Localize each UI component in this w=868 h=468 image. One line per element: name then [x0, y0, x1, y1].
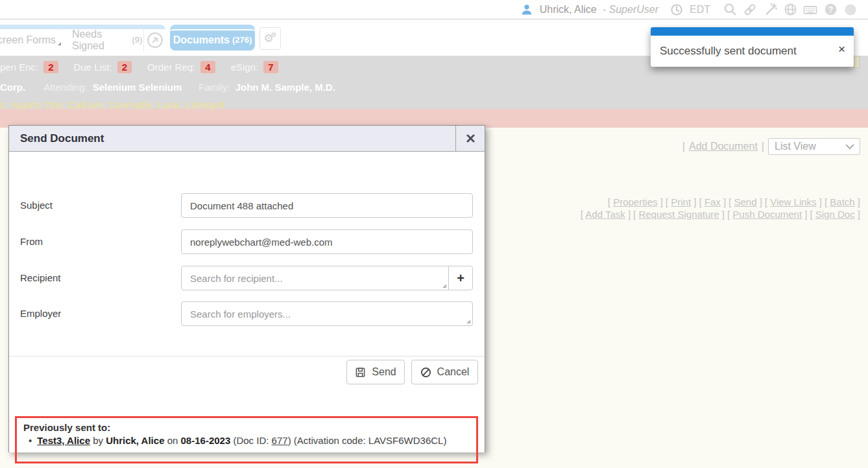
- link-icon[interactable]: [743, 3, 757, 17]
- bracket: [: [608, 196, 613, 207]
- employer-search-input[interactable]: [181, 301, 473, 326]
- sender-name: Uhrick, Alice: [106, 435, 164, 446]
- user-name[interactable]: Uhrick, Alice: [540, 4, 597, 16]
- cancel-icon: [420, 367, 431, 378]
- button-divider: [9, 356, 485, 357]
- resize-handle-icon[interactable]: [442, 284, 446, 288]
- tab-documents-label: Documents: [173, 34, 230, 46]
- globe-icon[interactable]: [783, 3, 797, 17]
- tab-screen-forms-label: creen Forms: [0, 34, 56, 46]
- add-recipient-button[interactable]: +: [448, 266, 473, 290]
- modal-body: Subject From Recipient + Employer Send: [9, 152, 485, 452]
- action-link-segment: [ Send ]: [729, 196, 762, 207]
- status-count-badge[interactable]: 4: [200, 61, 215, 73]
- recipient-label: Recipient: [20, 266, 61, 290]
- help-icon[interactable]: ?: [823, 3, 838, 17]
- action-link[interactable]: Print: [671, 196, 691, 207]
- status-item: Order Req:4: [147, 61, 215, 73]
- from-input[interactable]: [181, 229, 473, 254]
- clock-icon[interactable]: [669, 3, 684, 17]
- save-icon: [355, 367, 366, 378]
- status-count-badge[interactable]: 2: [117, 61, 132, 73]
- user-avatar-icon[interactable]: [520, 3, 534, 17]
- bracket: [: [765, 196, 770, 207]
- action-link[interactable]: Sign Doc: [815, 209, 855, 220]
- action-link-segment: [ Request Signature ]: [633, 209, 725, 220]
- previously-sent-heading: Previously sent to:: [23, 422, 470, 433]
- action-link-segment: [ Sign Doc ]: [810, 209, 860, 220]
- action-link-segment: [ Print ]: [666, 196, 697, 207]
- activation-code-text: (Activation code: LAVSF6WD36CL): [294, 435, 447, 446]
- bracket: ]: [691, 196, 696, 207]
- tab-documents-count: (276): [232, 35, 252, 45]
- tab-needs-signed-label: Needs Signed: [62, 29, 130, 52]
- user-role: - SuperUser: [603, 4, 658, 16]
- documents-toolbar: | Add Document | List View: [682, 138, 860, 155]
- document-action-links: [ Properties ][ Print ][ Fax ][ Send ][ …: [497, 196, 860, 220]
- screen: Uhrick, Alice - SuperUser EDT ? cree: [0, 0, 868, 468]
- cancel-button[interactable]: Cancel: [411, 360, 478, 384]
- tab-documents[interactable]: Documents (276): [170, 25, 255, 51]
- status-item-label: Due List:: [74, 62, 112, 73]
- bullet: •: [29, 435, 32, 446]
- medications-list: Aspirin Oral, Calcium, Coumadin, Lasix, …: [12, 99, 224, 110]
- modal-title: Send Document: [9, 126, 455, 151]
- action-link-segment: [ Properties ]: [608, 196, 663, 207]
- cancel-button-label: Cancel: [437, 366, 470, 378]
- recipient-search-input[interactable]: [181, 266, 449, 290]
- timezone-label: EDT: [690, 4, 710, 16]
- bracket: ]: [658, 196, 663, 207]
- toast-body: Successfully sent document ×: [651, 36, 854, 67]
- open-external-icon[interactable]: [144, 32, 165, 49]
- action-link[interactable]: View Links: [770, 196, 816, 207]
- modal-header[interactable]: Send Document: [9, 126, 485, 152]
- view-mode-value: List View: [775, 141, 816, 152]
- action-link[interactable]: Push Document: [732, 209, 802, 220]
- action-link-segment: [ Push Document ]: [727, 209, 807, 220]
- edge-scroll-fragment: [854, 56, 860, 68]
- add-document-link[interactable]: Add Document: [689, 141, 758, 152]
- patient-row: Corp. Attending: Selenium Selenium Famil…: [0, 78, 868, 95]
- employer-name: Corp.: [0, 82, 25, 93]
- wand-icon[interactable]: [763, 3, 777, 17]
- action-link[interactable]: Send: [734, 196, 756, 207]
- by-word: by: [93, 435, 103, 446]
- chevron-down-icon: [845, 144, 854, 150]
- status-item-label: pen Enc:: [0, 62, 38, 73]
- medications-row: s: Aspirin Oral, Calcium, Coumadin, Lasi…: [0, 96, 868, 113]
- status-count-badge[interactable]: 7: [263, 61, 278, 73]
- modal-close-button[interactable]: [455, 126, 485, 151]
- doc-id-prefix: (Doc ID:: [233, 435, 269, 446]
- action-link-segment: [ Fax ]: [699, 196, 726, 207]
- action-link[interactable]: Add Task: [585, 209, 625, 220]
- search-icon[interactable]: [723, 3, 737, 17]
- family-name: John M. Sample, M.D.: [235, 82, 335, 93]
- subject-input[interactable]: [181, 193, 473, 218]
- tab-needs-signed[interactable]: Needs Signed (9): [62, 25, 165, 51]
- status-item-label: eSign:: [231, 62, 259, 73]
- send-button-label: Send: [372, 366, 396, 378]
- toast-close-button[interactable]: ×: [838, 43, 845, 55]
- on-word: on: [167, 435, 178, 446]
- action-link[interactable]: Fax: [705, 196, 721, 207]
- keyboard-icon[interactable]: [803, 3, 817, 17]
- medications-prefix: s:: [0, 99, 8, 110]
- status-count-badge[interactable]: 2: [43, 61, 58, 73]
- pipe-separator: |: [762, 141, 764, 152]
- action-links-row2: [ Add Task ][ Request Signature ][ Push …: [497, 208, 860, 220]
- bracket: ]: [817, 196, 822, 207]
- doc-id-link[interactable]: 677: [272, 435, 288, 446]
- action-link[interactable]: Batch: [830, 196, 854, 207]
- view-mode-select[interactable]: List View: [768, 138, 860, 155]
- action-link[interactable]: Request Signature: [638, 209, 719, 220]
- close-icon: [466, 134, 475, 143]
- send-button[interactable]: Send: [346, 360, 405, 384]
- from-label: From: [20, 229, 43, 254]
- tab-settings-button[interactable]: ⚙ ⚙: [259, 27, 281, 50]
- action-link[interactable]: Properties: [613, 196, 657, 207]
- resize-handle-icon[interactable]: [466, 320, 470, 323]
- bracket: [: [699, 196, 704, 207]
- gear-small-icon: ⚙: [271, 32, 277, 38]
- top-bar: Uhrick, Alice - SuperUser EDT ?: [0, 0, 868, 19]
- previous-recipient-link[interactable]: Test3, Alice: [37, 435, 90, 446]
